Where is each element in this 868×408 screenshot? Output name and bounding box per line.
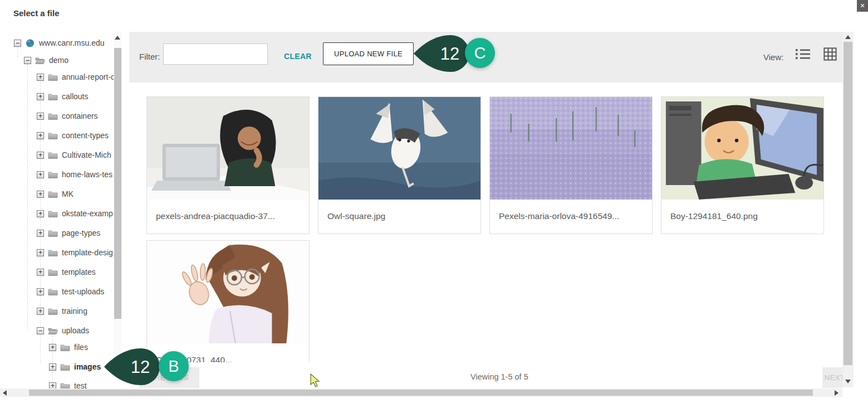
dialog-header: Select a file: [0, 0, 868, 29]
tree-item-www-canr-msu-edu[interactable]: −www.canr.msu.edu: [14, 33, 122, 52]
collapse-icon[interactable]: −: [24, 57, 31, 64]
collapse-icon[interactable]: −: [14, 40, 21, 47]
expand-icon[interactable]: +: [37, 308, 44, 315]
file-card[interactable]: Pexels-maria-orlova-4916549...: [489, 96, 653, 234]
select-file-dialog: Select a file × −www.canr.msu.edu−demo+a…: [0, 0, 868, 408]
folder-icon: [48, 288, 58, 296]
folder-icon: [48, 151, 58, 159]
collapse-icon[interactable]: −: [37, 327, 44, 334]
annotation-arrow: 12: [104, 348, 160, 385]
expand-icon[interactable]: +: [49, 363, 56, 371]
file-card[interactable]: Boy-1294181_640.png: [661, 96, 824, 234]
upload-new-file-button[interactable]: UPLOAD NEW FILE: [323, 42, 414, 65]
expand-icon[interactable]: +: [37, 132, 44, 139]
expand-icon[interactable]: +: [37, 210, 44, 217]
expand-icon[interactable]: +: [37, 171, 44, 178]
tree-item-label: templates: [62, 268, 96, 276]
horizontal-scrollbar-thumb[interactable]: [29, 390, 813, 396]
tree-item-callouts[interactable]: +callouts: [37, 87, 122, 106]
tree-item-page-types[interactable]: +page-types: [37, 224, 122, 242]
file-card[interactable]: pexels-andrea-piacquadio-37...: [146, 96, 310, 234]
content-vertical-scrollbar[interactable]: [842, 32, 854, 387]
tree-item-mk[interactable]: +MK: [37, 184, 122, 203]
file-name: Owl-square.jpg: [318, 200, 480, 221]
scroll-down-icon[interactable]: [845, 380, 851, 383]
next-page-button[interactable]: NEXT: [822, 367, 842, 388]
file-card[interactable]: Owl-square.jpg: [318, 96, 481, 234]
tree-item-test-uploads[interactable]: +test-uploads: [37, 282, 122, 301]
folder-icon: [48, 249, 58, 257]
filter-input[interactable]: [163, 43, 268, 65]
expand-icon[interactable]: +: [37, 288, 44, 295]
clear-button[interactable]: CLEAR: [284, 52, 312, 61]
file-thumbnail: [661, 97, 823, 200]
tree-item-demo[interactable]: −demo: [24, 51, 122, 70]
tree-scrollbar[interactable]: [114, 31, 122, 359]
file-name: Boy-1294181_640.png: [661, 200, 823, 221]
folder-icon: [48, 73, 58, 81]
tree-item-label: uploads: [62, 326, 89, 335]
tree-item-label: content-types: [62, 131, 109, 140]
folder-icon: [48, 190, 58, 198]
folder-icon: [60, 343, 70, 352]
content-scrollbar-thumb[interactable]: [844, 42, 852, 365]
folder-icon: [48, 268, 58, 276]
scroll-up-icon[interactable]: [115, 36, 120, 40]
tree-item-containers[interactable]: +containers: [37, 106, 122, 125]
file-grid: pexels-andrea-piacquadio-37...Owl-square…: [146, 96, 837, 378]
folder-open-icon: [48, 327, 58, 335]
file-thumbnail: [318, 97, 480, 200]
folder-open-icon: [35, 56, 45, 65]
close-button[interactable]: ×: [857, 0, 868, 12]
expand-icon[interactable]: +: [37, 191, 44, 198]
expand-icon[interactable]: +: [49, 382, 56, 389]
expand-icon[interactable]: +: [37, 152, 44, 159]
folder-tree-panel: −www.canr.msu.edu−demo+annual-report-c+c…: [0, 29, 122, 388]
tree-item-training[interactable]: +training: [37, 302, 122, 320]
tree-item-cultivate-mich[interactable]: +Cultivate-Mich: [37, 145, 122, 164]
expand-icon[interactable]: +: [37, 269, 44, 276]
tree-item-templates[interactable]: +templates: [37, 263, 122, 281]
tree-item-label: okstate-examp: [62, 209, 113, 218]
tree-item-annual-report-c[interactable]: +annual-report-c: [37, 67, 122, 86]
tree-item-uploads[interactable]: −uploads: [37, 321, 122, 340]
tree-item-label: files: [74, 343, 88, 352]
tree-item-label: demo: [49, 56, 68, 65]
tree-item-label: MK: [62, 190, 73, 198]
annotation-letter-badge: C: [465, 38, 495, 68]
tree-item-label: test-uploads: [62, 287, 104, 296]
expand-icon[interactable]: +: [37, 113, 44, 120]
scroll-up-icon[interactable]: [845, 35, 851, 39]
file-browser-panel: Filter: CLEAR UPLOAD NEW FILE View: pexe…: [129, 29, 842, 388]
expand-icon[interactable]: +: [37, 74, 44, 81]
tree-item-label: page-types: [62, 229, 100, 237]
list-view-icon[interactable]: [796, 47, 811, 62]
expand-icon[interactable]: +: [49, 344, 56, 351]
tree-item-content-types[interactable]: +content-types: [37, 126, 122, 145]
tree-item-template-desig[interactable]: +template-desig: [37, 243, 122, 262]
svg-text:12: 12: [131, 357, 150, 377]
dialog-title: Select a file: [13, 8, 60, 18]
tree-scrollbar-thumb[interactable]: [114, 48, 121, 319]
folder-icon: [60, 363, 70, 371]
file-name: pexels-andrea-piacquadio-37...: [147, 200, 309, 221]
tree-item-label: test: [74, 381, 87, 388]
tree-item-label: www.canr.msu.edu: [39, 38, 105, 47]
tree-item-home-laws-tes[interactable]: +home-laws-tes: [37, 165, 122, 184]
tree-item-okstate-examp[interactable]: +okstate-examp: [37, 204, 122, 223]
tree-item-label: Cultivate-Mich: [62, 150, 111, 159]
scroll-left-icon[interactable]: [3, 390, 7, 396]
tree-item-label: template-desig: [62, 248, 113, 257]
folder-icon: [60, 382, 70, 389]
paging-status: Viewing 1-5 of 5: [470, 372, 528, 381]
folder-icon: [48, 307, 58, 315]
file-thumbnail: [147, 97, 309, 200]
expand-icon[interactable]: +: [37, 93, 44, 100]
horizontal-scrollbar[interactable]: [0, 388, 842, 397]
folder-icon: [48, 210, 58, 218]
expand-icon[interactable]: +: [37, 249, 44, 256]
annotation-arrow: 12: [413, 35, 470, 72]
scroll-right-icon[interactable]: [835, 390, 838, 396]
expand-icon[interactable]: +: [37, 230, 44, 237]
grid-view-icon[interactable]: [823, 47, 838, 62]
